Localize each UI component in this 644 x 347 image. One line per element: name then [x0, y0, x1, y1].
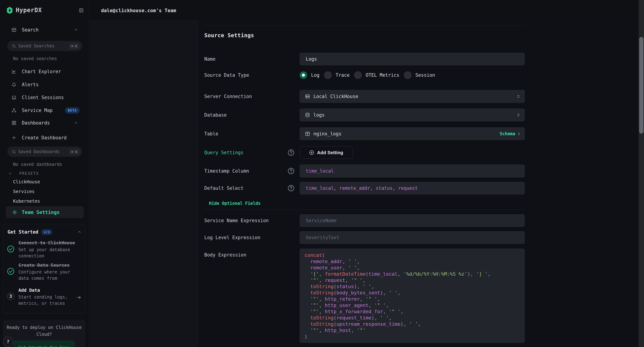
database-value: logs [314, 112, 325, 118]
radio-label: Session [416, 72, 435, 78]
radio-session[interactable]: Session [404, 71, 435, 79]
source-data-type-radios: Log Trace OTEL Metrics Session [300, 69, 525, 82]
get-started-progress-badge: 2/3 [41, 229, 52, 235]
sidebar-search-saved-dashboards[interactable]: Saved Dashboards ⌘ K [0, 147, 89, 157]
sidebar-item-label: Dashboards [22, 120, 50, 126]
sidebar-item-client-sessions[interactable]: Client Sessions [0, 91, 89, 104]
sidebar-item-chart-explorer[interactable]: Chart Explorer [0, 65, 89, 78]
select-chevrons-icon [517, 132, 521, 136]
step-description: Configure where your data comes from [18, 269, 74, 282]
sidebar-item-alerts[interactable]: Alerts [0, 78, 89, 91]
query-settings-label: Query Settings [204, 146, 299, 159]
sidebar-search-saved-searches[interactable]: Saved Searches ⌘ K [0, 41, 89, 51]
step-title: Connect to ClickHouse [18, 240, 75, 246]
help-circle-icon[interactable] [288, 149, 295, 156]
plus-circle-icon [309, 150, 314, 155]
chevron-up-icon [74, 121, 78, 125]
form-row-name: Name Logs [204, 53, 525, 65]
radio-circle[interactable] [404, 71, 412, 79]
scrollbar[interactable] [639, 0, 644, 347]
get-started-header[interactable]: Get Started 2/3 [8, 228, 82, 236]
log-level-expression-label: Log Level Expression [204, 231, 299, 244]
sidebar-item-label: Client Sessions [22, 95, 64, 100]
laptop-icon [12, 95, 16, 100]
timestamp-column-value: time_local [306, 168, 334, 174]
sidebar-header-dashboards[interactable]: Dashboards [0, 116, 89, 129]
radio-otel-metrics[interactable]: OTEL Metrics [354, 71, 399, 79]
hide-optional-fields-link[interactable]: Hide Optional Fields [209, 201, 261, 206]
sidebar-header-search[interactable]: Search [0, 24, 89, 36]
schema-link[interactable]: Schema [500, 131, 515, 136]
radio-label: Trace [336, 72, 350, 78]
form-row-source-data-type: Source Data Type Log Trace OTEL Metrics … [204, 69, 525, 82]
kbd-shortcut: ⌘ K [69, 43, 80, 49]
sidebar-item-label: No saved dashboards [13, 162, 62, 167]
database-select[interactable]: logs [300, 108, 525, 121]
radio-label: OTEL Metrics [366, 72, 399, 78]
step-title: Add Data [18, 288, 40, 293]
table-input[interactable]: nginx_logs Schema [300, 127, 525, 140]
sidebar-item-service-map[interactable]: Service MapBETA [0, 104, 89, 117]
logo-row: HyperDX [0, 0, 89, 20]
chevron-up-icon[interactable] [77, 230, 82, 234]
chevron-down-icon [8, 172, 12, 176]
sidebar-item-label: PRESETS [19, 171, 39, 176]
help-circle-icon[interactable] [288, 168, 295, 174]
log-level-placeholder: SeverityText [306, 235, 339, 240]
sidebar-presets-presets[interactable]: PRESETS [0, 170, 89, 177]
body-expression-label: Body Expression [204, 248, 299, 343]
sidebar-preset-clickhouse[interactable]: ClickHouse [0, 177, 89, 186]
saved-searches-input[interactable]: Saved Searches ⌘ K [7, 41, 82, 51]
add-setting-button[interactable]: Add Setting [300, 146, 352, 159]
schema-badge: Schema [500, 128, 521, 140]
sidebar-item-label: Kubernetes [13, 198, 40, 204]
get-started-panel: Get Started 2/3 Connect to ClickHouse Se… [3, 224, 85, 314]
get-started-free-button[interactable]: Get Started for Free [14, 340, 75, 347]
scrollbar-thumb[interactable] [639, 37, 644, 134]
sidebar-preset-kubernetes[interactable]: Kubernetes [0, 196, 89, 206]
section-divider [204, 26, 525, 26]
nodes-icon [12, 108, 16, 113]
server-connection-select[interactable]: Local ClickHouse [300, 90, 525, 103]
service-name-expression-input[interactable]: ServiceName [300, 214, 525, 227]
search-icon [12, 149, 16, 154]
get-started-step-create-data-sources[interactable]: Create Data Sources Configure where your… [3, 260, 86, 284]
sidebar-preset-services[interactable]: Services [0, 186, 89, 196]
search-icon [12, 44, 16, 48]
sidebar-item-label: Chart Explorer [22, 69, 61, 74]
collapse-sidebar-icon[interactable] [79, 8, 84, 13]
radio-log[interactable]: Log [300, 71, 320, 79]
name-input[interactable]: Logs [300, 53, 525, 65]
step-number: 3 [7, 292, 14, 300]
radio-circle[interactable] [300, 71, 307, 79]
log-level-expression-input[interactable]: SeverityText [300, 231, 525, 244]
default-select-input[interactable]: time_local, remote_addr, status, request [300, 182, 525, 194]
chevron-up-icon [74, 28, 78, 32]
search-placeholder: Saved Searches [18, 41, 54, 51]
hyperdx-logo-icon [6, 6, 13, 14]
radio-circle[interactable] [354, 71, 362, 79]
radio-trace[interactable]: Trace [324, 71, 350, 79]
sidebar-item-label: Create Dashboard [22, 135, 66, 140]
saved-dashboards-input[interactable]: Saved Dashboards ⌘ K [7, 147, 82, 157]
check-circle-icon [7, 268, 14, 275]
get-started-step-connect-to-clickhouse[interactable]: Connect to ClickHouse Set up your databa… [3, 238, 86, 261]
table-icon [12, 27, 16, 32]
plus-icon [12, 135, 16, 140]
select-chevrons-icon [516, 94, 521, 99]
get-started-step-add-data[interactable]: 3Add Data Start sending logs, metrics, o… [3, 286, 86, 309]
timestamp-column-input[interactable]: time_local [300, 164, 525, 178]
radio-circle[interactable] [324, 71, 332, 79]
sidebar-item-create-dashboard[interactable]: Create Dashboard [0, 131, 89, 144]
sidebar-active-team-settings[interactable]: Team Settings [0, 206, 89, 218]
body-expression-editor[interactable]: concat( remote_addr, ' ', remote_user, '… [300, 248, 525, 343]
help-button[interactable]: ? [3, 337, 13, 347]
timestamp-column-label: Timestamp Column [204, 164, 299, 178]
help-circle-icon[interactable] [288, 184, 295, 192]
topbar: dale@clickhouse.com's Team [89, 0, 644, 21]
service-name-placeholder: ServiceName [306, 218, 336, 223]
sidebar-item-label: Alerts [22, 82, 39, 87]
gear-icon [12, 210, 17, 215]
bell-icon [12, 82, 16, 87]
chart-icon [12, 69, 16, 74]
